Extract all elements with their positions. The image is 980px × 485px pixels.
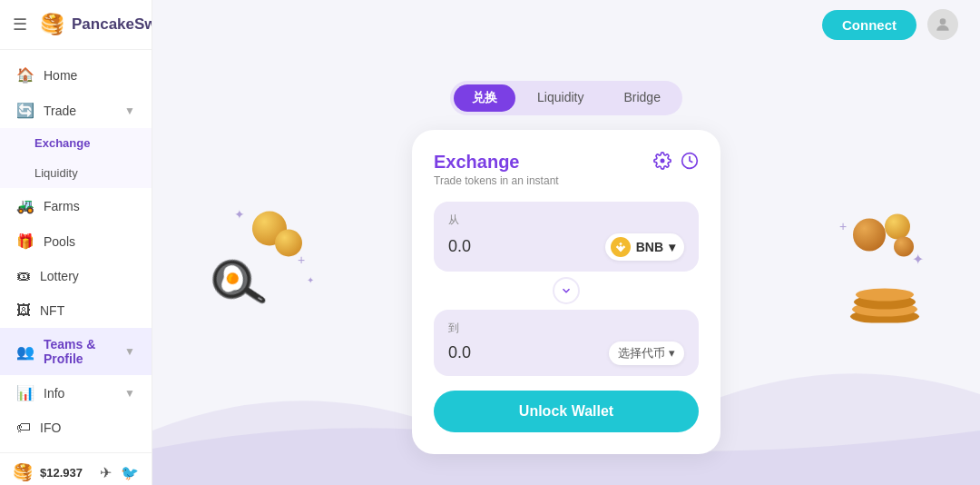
sparkle-2: + <box>298 252 305 267</box>
sidebar-item-ifo-label: IFO <box>40 421 61 435</box>
sidebar-item-home[interactable]: 🏠 Home <box>0 57 152 93</box>
from-token-label: BNB <box>636 240 663 254</box>
sidebar-header: ☰ 🥞 PancakeSwap <box>0 0 152 50</box>
tab-bridge[interactable]: Bridge <box>605 84 678 112</box>
settings-button[interactable] <box>653 152 671 174</box>
from-amount-input[interactable] <box>448 237 557 256</box>
card-header: Exchange Trade tokens in an instant <box>434 152 699 187</box>
price-row: 🥞 $12.937 ✈ 🐦 <box>13 462 139 482</box>
to-token-row: 选择代币 ▾ <box>448 341 684 365</box>
coin-top-right <box>275 230 302 257</box>
unlock-wallet-button[interactable]: Unlock Wallet <box>434 391 699 432</box>
liquidity-label: Liquidity <box>34 166 78 180</box>
main-content: Connect 🍳 ✦ + ✦ <box>152 0 980 485</box>
to-token-placeholder: 选择代币 <box>618 345 665 361</box>
sidebar-item-exchange[interactable]: Exchange <box>0 128 152 158</box>
sidebar-nav: 🏠 Home 🔄 Trade ▼ Exchange Liquidity 🚜 Fa… <box>0 50 152 452</box>
sidebar-item-nft[interactable]: 🖼 NFT <box>0 293 152 328</box>
swap-direction-button[interactable] <box>553 277 580 304</box>
from-token-box: 从 BNB ▾ <box>434 202 699 272</box>
twitter-icon[interactable]: 🐦 <box>121 464 139 481</box>
card-title-block: Exchange Trade tokens in an instant <box>434 152 559 187</box>
tab-bar: 兑换 Liquidity Bridge <box>450 81 682 115</box>
swap-arrow-row <box>434 277 699 304</box>
cake-price-value: $12.937 <box>40 466 83 480</box>
sidebar-item-lottery[interactable]: 🎟 Lottery <box>0 259 152 293</box>
to-label: 到 <box>448 321 684 336</box>
sidebar-item-liquidity[interactable]: Liquidity <box>0 158 152 188</box>
sidebar-item-pools-label: Pools <box>44 234 75 249</box>
trade-submenu: Exchange Liquidity <box>0 128 152 188</box>
sidebar-item-farms[interactable]: 🚜 Farms <box>0 188 152 223</box>
social-icons: ✈ 🐦 <box>100 464 139 481</box>
from-token-row: BNB ▾ <box>448 233 684 261</box>
info-icon: 📊 <box>16 384 34 401</box>
brand-name: PancakeSwap <box>72 15 152 34</box>
to-token-chevron: ▾ <box>669 346 675 360</box>
exchange-title: Exchange <box>434 152 559 173</box>
sidebar-item-farms-label: Farms <box>44 199 80 213</box>
sidebar-item-teams-label: Teams & Profile <box>44 337 115 366</box>
sidebar: ☰ 🥞 PancakeSwap 🏠 Home 🔄 Trade ▼ Exchang… <box>0 0 152 485</box>
to-token-box: 到 选择代币 ▾ <box>434 310 699 376</box>
lottery-icon: 🎟 <box>16 268 31 284</box>
user-avatar[interactable] <box>927 9 958 40</box>
info-arrow-icon: ▼ <box>124 387 135 400</box>
sidebar-footer: 🥞 $12.937 ✈ 🐦 ☀ / 🌙 🌐 ZH-CN <box>0 452 152 485</box>
connect-button[interactable]: Connect <box>822 10 916 40</box>
svg-point-4 <box>856 289 914 302</box>
pancake-stack <box>844 273 926 323</box>
from-label: 从 <box>448 213 684 228</box>
bnb-icon <box>611 237 631 257</box>
sidebar-item-home-label: Home <box>44 68 77 83</box>
exchange-card: Exchange Trade tokens in an instant <box>412 130 720 454</box>
svg-marker-6 <box>619 242 622 245</box>
coin-r1 <box>853 219 886 252</box>
right-decoration: + ✦ <box>835 214 944 332</box>
card-actions <box>653 152 699 174</box>
pan-icon: 🍳 <box>200 248 274 321</box>
coin-r3 <box>894 237 914 257</box>
sidebar-item-nft-label: NFT <box>40 303 64 318</box>
trade-icon: 🔄 <box>16 102 34 119</box>
trade-arrow-icon: ▼ <box>124 104 135 117</box>
left-decoration: 🍳 ✦ + ✦ <box>207 203 316 321</box>
sparkle-r1: + <box>839 219 847 233</box>
farms-icon: 🚜 <box>16 197 34 214</box>
coin-r2 <box>885 214 910 240</box>
sidebar-item-info[interactable]: 📊 Info ▼ <box>0 375 152 411</box>
from-token-selector[interactable]: BNB ▾ <box>605 233 684 261</box>
sidebar-item-ifo[interactable]: 🏷 IFO <box>0 411 152 445</box>
teams-icon: 👥 <box>16 343 34 361</box>
exchange-area: 🍳 ✦ + ✦ <box>152 49 980 485</box>
home-icon: 🏠 <box>16 66 34 84</box>
sidebar-item-info-label: Info <box>44 386 64 401</box>
card-container: 兑换 Liquidity Bridge Exchange Trade token… <box>412 81 720 454</box>
history-button[interactable] <box>681 152 699 174</box>
teams-arrow-icon: ▼ <box>124 345 135 358</box>
sparkle-r2: ✦ <box>912 251 924 268</box>
sparkle-1: ✦ <box>234 207 245 222</box>
sidebar-item-trade[interactable]: 🔄 Trade ▼ <box>0 93 152 128</box>
tab-exchange[interactable]: 兑换 <box>454 84 515 112</box>
sidebar-item-lottery-label: Lottery <box>40 269 79 283</box>
svg-point-0 <box>940 18 946 25</box>
sidebar-item-trade-label: Trade <box>44 104 76 118</box>
telegram-icon[interactable]: ✈ <box>100 464 112 481</box>
from-token-chevron: ▾ <box>669 240 675 254</box>
to-amount-input[interactable] <box>448 343 557 362</box>
exchange-label: Exchange <box>34 136 90 150</box>
sidebar-item-pools[interactable]: 🎁 Pools <box>0 223 152 259</box>
sparkle-3: ✦ <box>307 275 314 285</box>
sidebar-item-teams[interactable]: 👥 Teams & Profile ▼ <box>0 328 152 375</box>
tab-liquidity[interactable]: Liquidity <box>519 84 602 112</box>
to-token-selector[interactable]: 选择代币 ▾ <box>609 341 684 365</box>
pools-icon: 🎁 <box>16 233 34 250</box>
hamburger-icon[interactable]: ☰ <box>13 15 27 35</box>
nft-icon: 🖼 <box>16 302 31 319</box>
topbar: Connect <box>152 0 980 49</box>
logo-icon: 🥞 <box>40 13 64 36</box>
cake-price-icon: 🥞 <box>13 462 33 482</box>
exchange-subtitle: Trade tokens in an instant <box>434 174 559 187</box>
ifo-icon: 🏷 <box>16 420 31 436</box>
